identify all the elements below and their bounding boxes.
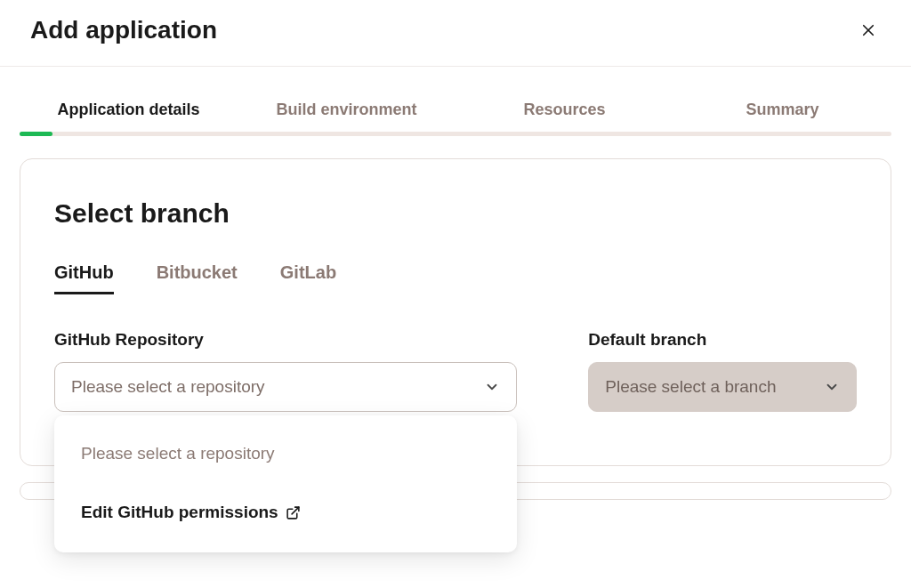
section-heading: Select branch: [54, 198, 857, 229]
stepper-step-application-details[interactable]: Application details: [20, 67, 238, 133]
provider-tab-label: Bitbucket: [157, 262, 238, 282]
branch-select: Please select a branch: [588, 362, 857, 412]
stepper-track: [20, 132, 891, 136]
provider-tab-github[interactable]: GitHub: [54, 262, 114, 294]
close-icon: [860, 22, 876, 38]
stepper-step-label: Resources: [523, 101, 605, 118]
external-link-icon: [286, 505, 301, 520]
repo-select[interactable]: Please select a repository: [54, 362, 517, 412]
repo-select-placeholder: Please select a repository: [71, 377, 265, 397]
stepper-step-summary[interactable]: Summary: [673, 67, 891, 133]
chevron-down-icon: [824, 379, 840, 395]
svg-line-2: [292, 507, 299, 514]
branch-select-placeholder: Please select a branch: [605, 377, 776, 397]
provider-tab-gitlab[interactable]: GitLab: [280, 262, 336, 294]
edit-github-permissions-label: Edit GitHub permissions: [81, 503, 278, 522]
stepper-step-label: Summary: [746, 101, 818, 118]
fields-row: GitHub Repository Please select a reposi…: [54, 330, 857, 412]
repo-field-group: GitHub Repository Please select a reposi…: [54, 330, 517, 412]
edit-github-permissions-link[interactable]: Edit GitHub permissions: [54, 492, 517, 533]
stepper-step-build-environment[interactable]: Build environment: [238, 67, 456, 133]
repo-dropdown: Please select a repository Edit GitHub p…: [54, 415, 517, 552]
modal-title: Add application: [30, 16, 217, 44]
stepper-nav: Application details Build environment Re…: [20, 67, 891, 133]
stepper-step-resources[interactable]: Resources: [456, 67, 673, 133]
stepper-progress-bar: [20, 132, 52, 136]
repo-field-label: GitHub Repository: [54, 330, 517, 350]
provider-tabs: GitHub Bitbucket GitLab: [54, 262, 857, 294]
stepper-step-label: Application details: [57, 101, 199, 118]
repo-dropdown-placeholder: Please select a repository: [54, 433, 517, 474]
provider-tab-label: GitHub: [54, 262, 114, 282]
modal-header: Add application: [0, 0, 911, 67]
close-button[interactable]: [856, 18, 881, 43]
branch-field-group: Default branch Please select a branch: [588, 330, 857, 412]
branch-field-label: Default branch: [588, 330, 857, 350]
provider-tab-label: GitLab: [280, 262, 336, 282]
stepper-step-label: Build environment: [276, 101, 416, 118]
provider-tab-bitbucket[interactable]: Bitbucket: [157, 262, 238, 294]
select-branch-card: Select branch GitHub Bitbucket GitLab Gi…: [20, 158, 891, 466]
chevron-down-icon: [484, 379, 500, 395]
